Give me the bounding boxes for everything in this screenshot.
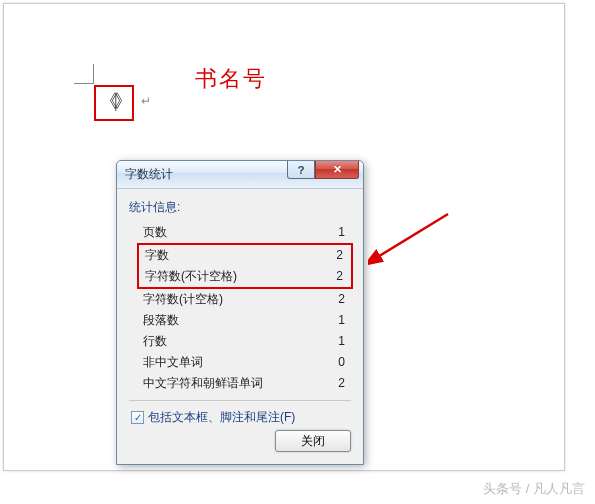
stat-value: 2 xyxy=(336,268,343,285)
highlight-box: 字数 2 字符数(不计空格) 2 xyxy=(137,243,353,289)
margin-tick-h xyxy=(74,83,94,84)
button-row: 关闭 xyxy=(129,426,351,458)
close-icon: ✕ xyxy=(333,163,342,176)
stat-value: 1 xyxy=(338,333,345,350)
stat-label: 段落数 xyxy=(143,312,179,329)
stat-value: 0 xyxy=(338,354,345,371)
stat-value: 2 xyxy=(338,375,345,392)
checkbox-icon: ✓ xyxy=(131,411,144,424)
annotation-label: 书名号 xyxy=(195,64,267,94)
stat-row-pages: 页数 1 xyxy=(139,222,351,243)
stat-label: 字符数(不计空格) xyxy=(145,268,237,285)
help-icon: ? xyxy=(298,164,305,176)
checkmark-icon: ✓ xyxy=(134,412,142,423)
stat-row-chars-space: 字符数(计空格) 2 xyxy=(139,289,351,310)
stat-label: 字符数(计空格) xyxy=(143,291,223,308)
stat-label: 页数 xyxy=(143,224,167,241)
close-button[interactable]: 关闭 xyxy=(275,430,351,452)
stat-label: 字数 xyxy=(145,247,169,264)
stat-row-words: 字数 2 xyxy=(139,245,351,266)
stat-label: 行数 xyxy=(143,333,167,350)
paragraph-mark-icon: ↵ xyxy=(141,94,151,108)
stat-label: 非中文单词 xyxy=(143,354,203,371)
stat-row-cjk: 中文字符和朝鲜语单词 2 xyxy=(139,373,351,394)
include-footnotes-checkbox[interactable]: ✓ 包括文本框、脚注和尾注(F) xyxy=(131,409,351,426)
divider xyxy=(129,400,351,401)
stat-row-chars-nospace: 字符数(不计空格) 2 xyxy=(139,266,351,287)
watermark: 头条号 / 凡人凡言 xyxy=(483,480,585,498)
help-button[interactable]: ? xyxy=(287,161,315,179)
dialog-titlebar[interactable]: 字数统计 ? ✕ xyxy=(117,161,363,189)
dialog-title: 字数统计 xyxy=(125,166,173,183)
stat-row-paragraphs: 段落数 1 xyxy=(139,310,351,331)
stats-list: 页数 1 字数 2 字符数(不计空格) 2 字符数(计空格) 2 段落数 1 xyxy=(139,222,351,394)
stat-value: 1 xyxy=(338,224,345,241)
stats-heading: 统计信息: xyxy=(129,199,351,216)
window-buttons: ? ✕ xyxy=(287,161,359,179)
stat-label: 中文字符和朝鲜语单词 xyxy=(143,375,263,392)
checkbox-label: 包括文本框、脚注和尾注(F) xyxy=(148,409,295,426)
window-close-button[interactable]: ✕ xyxy=(315,161,359,179)
margin-tick-v xyxy=(93,64,94,84)
stat-value: 2 xyxy=(338,291,345,308)
stat-value: 1 xyxy=(338,312,345,329)
book-title-mark-glyph: 《|》 xyxy=(100,89,128,113)
word-count-dialog: 字数统计 ? ✕ 统计信息: 页数 1 字数 2 字符数(不计空格) 2 xyxy=(116,160,364,465)
stat-row-lines: 行数 1 xyxy=(139,331,351,352)
stat-value: 2 xyxy=(336,247,343,264)
dialog-body: 统计信息: 页数 1 字数 2 字符数(不计空格) 2 字符数(计空格) 2 xyxy=(117,189,363,464)
stat-row-nonchinese: 非中文单词 0 xyxy=(139,352,351,373)
